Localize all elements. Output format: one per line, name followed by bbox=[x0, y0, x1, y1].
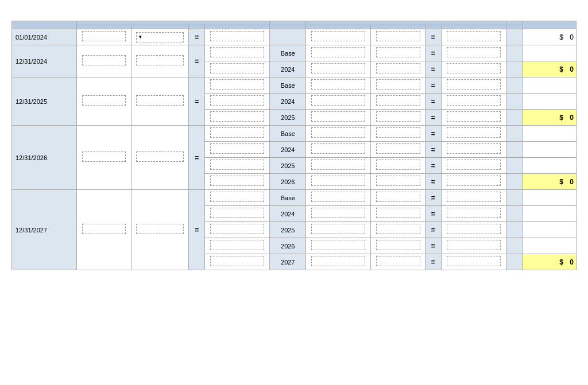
inventory-layers-base-year-cost-2-input[interactable] bbox=[306, 29, 371, 45]
dvl-cost-empty bbox=[522, 222, 576, 238]
yearend-cost-index-2-input[interactable] bbox=[371, 77, 425, 94]
inventory-layers-base-cost-input[interactable] bbox=[205, 254, 270, 270]
yearend-cost-index-2-input[interactable] bbox=[371, 206, 425, 222]
yearend-cost-index-2-input[interactable] bbox=[371, 126, 425, 142]
inventory-layers-base-year-cost-2-input[interactable] bbox=[306, 110, 371, 126]
equals-sign-2: = bbox=[425, 174, 441, 190]
inventory-layers-base-cost-input[interactable] bbox=[205, 29, 270, 45]
year-label: 2024 bbox=[270, 142, 306, 158]
inventory-layers-base-cost-input[interactable] bbox=[205, 158, 270, 174]
yearend-cost-index-2-input[interactable] bbox=[371, 61, 425, 77]
inventory-layers-base-year-cost-2-input[interactable] bbox=[306, 206, 371, 222]
inventory-yearend-cost-input[interactable] bbox=[77, 77, 131, 126]
yearend-cost-index-input[interactable] bbox=[131, 45, 189, 77]
inventory-layers-base-cost-input[interactable] bbox=[205, 110, 270, 126]
yearend-cost-index-2-input[interactable] bbox=[371, 174, 425, 190]
spacer-cell bbox=[506, 29, 522, 45]
inventory-layers-base-year-cost-2-input[interactable] bbox=[306, 158, 371, 174]
inventory-layers-base-year-cost-2-input[interactable] bbox=[306, 254, 371, 270]
yearend-cost-index-2-input[interactable] bbox=[371, 45, 425, 61]
inventory-layers-base-cost-input[interactable] bbox=[205, 126, 270, 142]
equals-sign-2: = bbox=[425, 94, 441, 110]
inventory-yearend-cost-input[interactable] bbox=[77, 126, 131, 190]
dvl-cost-empty bbox=[522, 126, 576, 142]
inventory-layers-converted-cost-input[interactable] bbox=[441, 94, 506, 110]
dollar-sign: $ bbox=[559, 65, 565, 73]
yearend-cost-index-input[interactable] bbox=[131, 77, 189, 126]
dollar-sign: $ bbox=[559, 178, 565, 186]
inventory-layers-base-cost-input[interactable] bbox=[205, 45, 270, 61]
inventory-yearend-cost-input[interactable] bbox=[77, 45, 131, 77]
equals-sign-2: = bbox=[425, 61, 441, 77]
inventory-layers-base-year-cost-2-input[interactable] bbox=[306, 61, 371, 77]
yearend-cost-index-2-input[interactable] bbox=[371, 142, 425, 158]
inventory-layers-base-cost-input[interactable] bbox=[205, 77, 270, 94]
yearend-cost-index-input[interactable]: ▼ bbox=[131, 29, 189, 45]
yearend-cost-index-2-input[interactable] bbox=[371, 254, 425, 270]
inventory-layers-base-year-cost-2-input[interactable] bbox=[306, 94, 371, 110]
inventory-yearend-cost-input[interactable] bbox=[77, 190, 131, 270]
sub-yearend2-header bbox=[371, 25, 425, 29]
inventory-yearend-cost-input[interactable] bbox=[77, 29, 131, 45]
inventory-layers-converted-cost-input[interactable] bbox=[441, 110, 506, 126]
spacer-cell bbox=[506, 94, 522, 110]
inventory-layers-converted-cost-input[interactable] bbox=[441, 126, 506, 142]
yearend-cost-index-2-input[interactable] bbox=[371, 29, 425, 45]
group3-header bbox=[522, 21, 576, 29]
yearend-cost-index-2-input[interactable] bbox=[371, 94, 425, 110]
inventory-layers-converted-cost-input[interactable] bbox=[441, 206, 506, 222]
inventory-layers-converted-cost-input[interactable] bbox=[441, 222, 506, 238]
yearend-cost-index-2-input[interactable] bbox=[371, 190, 425, 206]
spacer-cell bbox=[506, 158, 522, 174]
inventory-layers-base-year-cost-2-input[interactable] bbox=[306, 222, 371, 238]
spacer-cell bbox=[506, 77, 522, 94]
inventory-layers-converted-cost-input[interactable] bbox=[441, 190, 506, 206]
equals-sign-1: = bbox=[189, 77, 205, 126]
yearend-cost-index-2-input[interactable] bbox=[371, 222, 425, 238]
yearend-cost-index-2-input[interactable] bbox=[371, 238, 425, 254]
yearend-cost-index-input[interactable] bbox=[131, 126, 189, 190]
inventory-layers-converted-cost-input[interactable] bbox=[441, 45, 506, 61]
dollar-sign: $ bbox=[559, 114, 565, 122]
inventory-layers-converted-cost-input[interactable] bbox=[441, 254, 506, 270]
dvl-cost-cell: $ 0 bbox=[522, 61, 576, 77]
inventory-layers-converted-cost-input[interactable] bbox=[441, 142, 506, 158]
inventory-layers-base-year-cost-2-input[interactable] bbox=[306, 45, 371, 61]
yearend-cost-index-input[interactable] bbox=[131, 190, 189, 270]
inventory-layers-converted-cost-input[interactable] bbox=[441, 158, 506, 174]
yearend-cost-index-2-input[interactable] bbox=[371, 110, 425, 126]
inventory-layers-base-year-cost-2-input[interactable] bbox=[306, 77, 371, 94]
dvl-cost-value: 0 bbox=[570, 178, 574, 186]
date-cell: 12/31/2026 bbox=[12, 126, 77, 190]
dvl-cost-empty bbox=[522, 206, 576, 222]
yearend-cost-index-2-input[interactable] bbox=[371, 158, 425, 174]
year-label: Base bbox=[270, 126, 306, 142]
spacer-cell bbox=[506, 254, 522, 270]
inventory-layers-converted-cost-input[interactable] bbox=[441, 174, 506, 190]
dvl-cost-cell: $ 0 bbox=[522, 29, 576, 45]
inventory-layers-converted-cost-input[interactable] bbox=[441, 77, 506, 94]
yearend-index-dropdown[interactable]: ▼ bbox=[136, 32, 184, 42]
equals-sign-2: = bbox=[425, 110, 441, 126]
inventory-layers-base-year-cost-2-input[interactable] bbox=[306, 238, 371, 254]
inventory-layers-base-cost-input[interactable] bbox=[205, 222, 270, 238]
inventory-layers-base-year-cost-2-input[interactable] bbox=[306, 174, 371, 190]
inventory-layers-converted-cost-input[interactable] bbox=[441, 61, 506, 77]
inventory-layers-base-cost-input[interactable] bbox=[205, 190, 270, 206]
dvl-cost-cell: $ 0 bbox=[522, 110, 576, 126]
year-label: 2024 bbox=[270, 94, 306, 110]
inventory-layers-converted-cost-input[interactable] bbox=[441, 238, 506, 254]
spacer-cell bbox=[506, 206, 522, 222]
inventory-layers-base-cost-input[interactable] bbox=[205, 174, 270, 190]
inventory-layers-base-cost-input[interactable] bbox=[205, 206, 270, 222]
inventory-layers-base-year-cost-2-input[interactable] bbox=[306, 190, 371, 206]
inventory-layers-base-year-cost-2-input[interactable] bbox=[306, 126, 371, 142]
inventory-layers-base-cost-input[interactable] bbox=[205, 238, 270, 254]
inventory-layers-base-cost-input[interactable] bbox=[205, 94, 270, 110]
inventory-layers-base-year-cost-2-input[interactable] bbox=[306, 142, 371, 158]
sub-yearend1-header bbox=[131, 25, 189, 29]
inventory-layers-base-cost-input[interactable] bbox=[205, 61, 270, 77]
spacer-cell bbox=[506, 110, 522, 126]
inventory-layers-converted-cost-input[interactable] bbox=[441, 29, 506, 45]
inventory-layers-base-cost-input[interactable] bbox=[205, 142, 270, 158]
